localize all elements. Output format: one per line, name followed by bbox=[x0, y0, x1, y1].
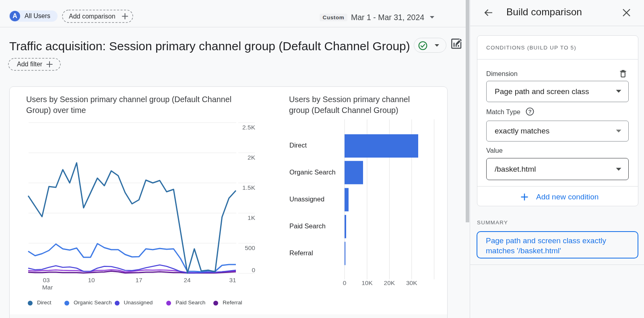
svg-text:500: 500 bbox=[245, 244, 255, 251]
svg-text:2.5K: 2.5K bbox=[242, 124, 256, 131]
svg-text:2K: 2K bbox=[248, 154, 256, 161]
svg-text:1.5K: 1.5K bbox=[242, 184, 256, 191]
svg-text:24: 24 bbox=[184, 277, 191, 283]
svg-text:1K: 1K bbox=[248, 214, 256, 221]
svg-text:31: 31 bbox=[229, 277, 236, 283]
svg-text:10: 10 bbox=[88, 277, 95, 283]
svg-text:17: 17 bbox=[135, 277, 142, 283]
svg-text:30K: 30K bbox=[406, 279, 417, 286]
svg-text:20K: 20K bbox=[384, 279, 395, 286]
svg-text:0: 0 bbox=[252, 267, 255, 273]
svg-text:Mar: Mar bbox=[42, 284, 53, 291]
svg-text:03: 03 bbox=[43, 277, 50, 283]
svg-text:?: ? bbox=[528, 109, 531, 115]
svg-text:0: 0 bbox=[343, 279, 347, 286]
svg-text:10K: 10K bbox=[361, 279, 373, 286]
